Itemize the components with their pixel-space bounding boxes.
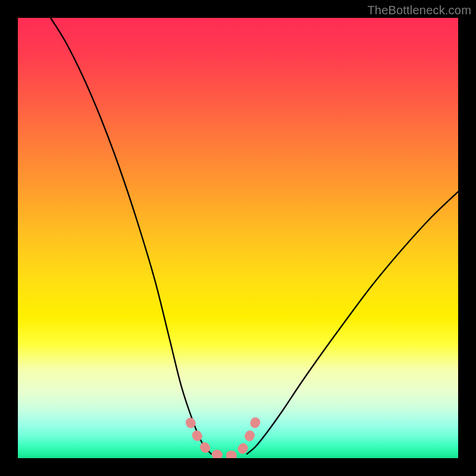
watermark-label: TheBottleneck.com xyxy=(367,4,471,17)
chart-frame: TheBottleneck.com xyxy=(0,0,476,476)
curve-right xyxy=(247,192,458,454)
pink-dots xyxy=(190,414,259,456)
plot-area xyxy=(18,18,458,458)
curve-svg xyxy=(18,18,458,458)
curve-left xyxy=(51,18,211,454)
